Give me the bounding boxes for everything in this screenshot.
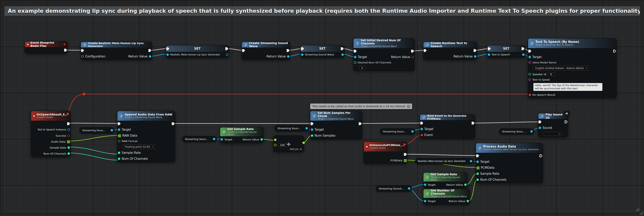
exec-in-pin[interactable] — [488, 47, 491, 50]
exec-out-pin[interactable] — [287, 49, 290, 52]
desired-num-channels-pin[interactable] — [354, 61, 356, 64]
exec-out-pin[interactable] — [472, 122, 474, 125]
voice-model-name-pin[interactable] — [528, 61, 531, 64]
node-get-sample-rate[interactable]: ƒ Get Sample Rate Target is Imported Sou… — [220, 127, 264, 143]
delegate-pin[interactable] — [67, 113, 69, 115]
return-value-pin[interactable] — [466, 200, 469, 202]
exec-out-pin[interactable] — [359, 122, 362, 125]
on-speech-result-delegate-pin[interactable] — [529, 94, 531, 96]
getter-lipsync-generator[interactable]: Realistic Meta Human Lip Sync Generator — [415, 158, 474, 164]
exec-in-pin[interactable] — [81, 49, 84, 52]
variable-out-pin[interactable] — [530, 130, 533, 133]
variable-out-pin[interactable] — [213, 138, 215, 140]
node-event-begin-play[interactable]: ◆ Event Blueprint Begin Play — [25, 41, 68, 53]
exec-in-pin[interactable] — [420, 122, 423, 125]
delegate-pin[interactable] — [64, 43, 65, 45]
node-bind-event-to-on-generate-pcmdata[interactable]: ƒ Bind Event to On Generate PCMData Targ… — [420, 114, 475, 138]
target-pin[interactable] — [476, 161, 479, 163]
node-create-runtime-tts[interactable]: ƒ Create Runtime Text to Speech Return V… — [423, 42, 477, 60]
node-set-streaming-sound-wave[interactable]: SET Streaming Sound Wave — [300, 45, 344, 57]
configuration-pin[interactable] — [81, 55, 84, 58]
speaker-id-input[interactable]: 0 — [548, 72, 554, 76]
exec-in-pin[interactable] — [476, 154, 479, 157]
exec-in-pin[interactable] — [166, 47, 170, 50]
desired-num-channels-input[interactable]: 1 — [359, 66, 366, 70]
audio-data-pin[interactable] — [67, 140, 70, 143]
getter-streaming-sound-wave[interactable]: Streaming Sound Wave — [275, 125, 309, 131]
variable-out-pin[interactable] — [226, 53, 228, 56]
exec-in-pin[interactable] — [310, 122, 314, 125]
bubble-pin-icon[interactable] — [407, 105, 410, 108]
sample-rate-pin[interactable] — [68, 146, 70, 149]
pcmdata-pin[interactable] — [476, 166, 480, 169]
variable-out-pin[interactable] — [522, 53, 524, 56]
pcmdata-pin[interactable] — [404, 159, 407, 162]
exec-in-pin[interactable] — [528, 50, 531, 53]
blueprint-graph[interactable]: An example demonstrating lip sync during… — [0, 0, 644, 216]
node-set-num-samples-per-chunk[interactable]: ƒ Set Num Samples Per Chunk Target is Im… — [310, 111, 362, 139]
raw-format-dropdown[interactable]: Floating point 32-bit ▾ — [123, 144, 155, 149]
exec-in-pin[interactable] — [538, 120, 542, 123]
variable-in-pin[interactable] — [166, 53, 169, 56]
sample-rate-pin[interactable] — [118, 152, 120, 154]
node-set-tts[interactable]: SET Text to Speech — [487, 45, 525, 57]
return-value-pin[interactable] — [474, 55, 476, 58]
exec-in-pin[interactable] — [354, 50, 357, 53]
exec-out-pin[interactable] — [64, 49, 67, 52]
return-value-pin[interactable] — [464, 184, 466, 186]
exec-out-pin[interactable] — [67, 122, 70, 125]
variable-out-pin[interactable] — [342, 53, 344, 56]
variable-out-pin[interactable] — [408, 187, 410, 190]
num-channels-pin[interactable] — [118, 158, 120, 160]
node-set-lipsync-generator[interactable]: SET Realistic Meta Human Lip Sync Genera… — [166, 45, 229, 57]
exec-out-pin[interactable] — [172, 122, 175, 125]
node-comment-bubble[interactable]: This needs to be called so that audio is… — [310, 104, 412, 109]
node-on-speech-result-event[interactable]: ◆ OnSpeechResult_Event Custom Event Text… — [31, 111, 70, 157]
variable-out-pin[interactable] — [306, 127, 308, 129]
target-pin[interactable] — [220, 138, 223, 141]
target-pin[interactable] — [311, 128, 313, 131]
node-get-number-of-channels[interactable]: ƒ Get Number Of Channels Target is Impor… — [423, 189, 470, 205]
target-pin[interactable] — [528, 56, 531, 58]
node-on-generate-pcmdata-event[interactable]: ◆ OnGeneratePCMData_Event Custom Event P… — [364, 142, 407, 164]
voice-model-dropdown[interactable]: English (United States) - Kokoro (Bella)… — [533, 66, 589, 70]
variable-in-pin[interactable] — [488, 53, 490, 56]
divide-b-pin[interactable] — [274, 144, 276, 146]
exec-in-pin[interactable] — [424, 49, 427, 52]
reroute-node[interactable] — [83, 93, 85, 95]
exec-out-pin[interactable] — [613, 50, 616, 53]
success-pin[interactable] — [68, 134, 70, 137]
getter-streaming-sound-wave[interactable]: Streaming Sound Wave — [182, 136, 217, 142]
target-pin[interactable] — [354, 56, 356, 58]
text-to-speak-input[interactable]: Hello, world! The lips of the MetaHuman … — [533, 83, 602, 91]
raw-format-pin[interactable] — [118, 140, 120, 142]
node-divide[interactable]: 100 ÷ Add pin ⊕ — [274, 135, 304, 152]
exec-out-pin[interactable] — [225, 47, 228, 50]
return-value-pin[interactable] — [149, 55, 151, 58]
exec-out-pin[interactable] — [148, 49, 152, 52]
variable-out-pin[interactable] — [470, 160, 472, 162]
exec-in-pin[interactable] — [118, 122, 121, 125]
getter-streaming-sound-wave[interactable]: Streaming Sound Wave — [80, 127, 114, 133]
exec-out-pin[interactable] — [565, 120, 568, 123]
sound-pin[interactable] — [539, 127, 541, 129]
exec-out-pin[interactable] — [522, 47, 524, 50]
exec-in-pin[interactable] — [301, 47, 304, 50]
return-value-pin[interactable] — [412, 56, 414, 58]
target-pin[interactable] — [424, 200, 426, 202]
node-text-to-speech-by-name[interactable]: ƒ Text To Speech (By Name) Target is Run… — [528, 38, 617, 98]
getter-streaming-sound-wave[interactable]: Streaming Sound Wave — [376, 186, 412, 192]
getter-streaming-sound-wave[interactable]: Streaming Sound Wave — [380, 128, 415, 134]
text-to-speak-pin[interactable] — [528, 78, 531, 81]
tts-instance-pin[interactable] — [68, 128, 70, 131]
node-set-initial-desired-num-channels[interactable]: ƒ Set Initial Desired Num Of Channels Ta… — [353, 38, 414, 71]
target-pin[interactable] — [424, 184, 426, 186]
event-delegate-pin[interactable] — [421, 134, 423, 136]
exec-out-pin[interactable] — [474, 49, 476, 52]
num-channels-pin[interactable] — [68, 152, 70, 155]
getter-streaming-sound-wave[interactable]: Streaming Sound Wave — [499, 128, 534, 134]
node-create-streaming-sound-wave[interactable]: ƒ Create Streaming Sound Wave Return Val… — [242, 42, 290, 60]
return-value-pin[interactable] — [260, 138, 263, 141]
num-channels-pin[interactable] — [476, 179, 479, 181]
exec-out-pin[interactable] — [540, 154, 542, 157]
